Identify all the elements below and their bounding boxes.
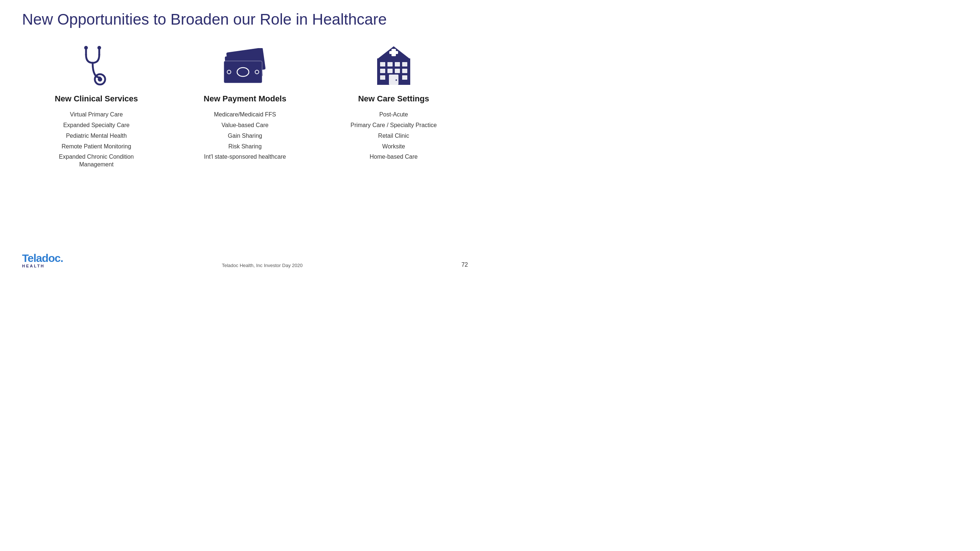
columns-container: New Clinical Services Virtual Primary Ca…: [22, 39, 468, 248]
page-title: New Opportunities to Broaden our Role in…: [22, 11, 468, 28]
svg-rect-27: [389, 75, 398, 85]
svg-rect-26: [402, 75, 407, 80]
list-item: Post-Acute: [379, 111, 408, 119]
footer-center-text: Teladoc Health, Inc Investor Day 2020: [222, 263, 303, 268]
list-item: Pediatric Mental Health: [66, 132, 126, 140]
list-item: Expanded Chronic ConditionManagement: [59, 153, 134, 168]
svg-point-2: [84, 46, 88, 49]
stethoscope-icon: [78, 43, 115, 91]
logo-health: HEALTH: [22, 264, 45, 268]
svg-rect-8: [224, 61, 262, 83]
svg-rect-22: [387, 69, 393, 73]
list-item: Retail Clinic: [378, 132, 409, 140]
logo-dot: .: [60, 252, 63, 264]
svg-point-5: [98, 77, 102, 81]
svg-rect-20: [402, 62, 407, 67]
settings-items: Post-Acute Primary Care / Specialty Prac…: [350, 111, 437, 161]
list-item: Risk Sharing: [228, 143, 262, 151]
svg-rect-15: [389, 51, 398, 54]
page-number: 72: [461, 262, 468, 268]
svg-rect-17: [380, 62, 385, 67]
svg-rect-24: [402, 69, 407, 73]
logo: Teladoc. HEALTH: [22, 252, 63, 268]
list-item: Expanded Specialty Care: [63, 122, 130, 129]
logo-wordmark: Teladoc.: [22, 252, 63, 265]
list-item: Remote Patient Monitoring: [61, 143, 131, 151]
list-item: Medicare/Medicaid FFS: [214, 111, 276, 119]
money-icon: [221, 43, 269, 91]
slide-page: New Opportunities to Broaden our Role in…: [0, 0, 490, 275]
list-item: Home-based Care: [369, 153, 418, 161]
settings-heading: New Care Settings: [358, 94, 429, 103]
list-item: Worksite: [382, 143, 405, 151]
svg-rect-21: [380, 69, 385, 73]
svg-point-28: [396, 79, 397, 81]
svg-rect-19: [395, 62, 400, 67]
clinical-column: New Clinical Services Virtual Primary Ca…: [29, 43, 163, 168]
svg-point-3: [97, 46, 101, 49]
list-item: Value-based Care: [222, 122, 269, 129]
svg-rect-25: [380, 75, 385, 80]
list-item: Virtual Primary Care: [70, 111, 123, 119]
settings-column: New Care Settings Post-Acute Primary Car…: [327, 43, 461, 161]
payment-items: Medicare/Medicaid FFS Value-based Care G…: [204, 111, 286, 161]
payment-column: New Payment Models Medicare/Medicaid FFS…: [178, 43, 312, 161]
list-item: Gain Sharing: [228, 132, 262, 140]
footer: Teladoc. HEALTH Teladoc Health, Inc Inve…: [22, 248, 468, 268]
payment-heading: New Payment Models: [204, 94, 286, 103]
clinical-heading: New Clinical Services: [55, 94, 138, 103]
svg-rect-18: [387, 62, 393, 67]
hospital-icon: [374, 43, 414, 91]
list-item: Primary Care / Specialty Practice: [350, 122, 437, 129]
svg-rect-23: [395, 69, 400, 73]
list-item: Int'l state-sponsored healthcare: [204, 153, 286, 161]
logo-name: Teladoc: [22, 252, 60, 264]
clinical-items: Virtual Primary Care Expanded Specialty …: [59, 111, 134, 168]
